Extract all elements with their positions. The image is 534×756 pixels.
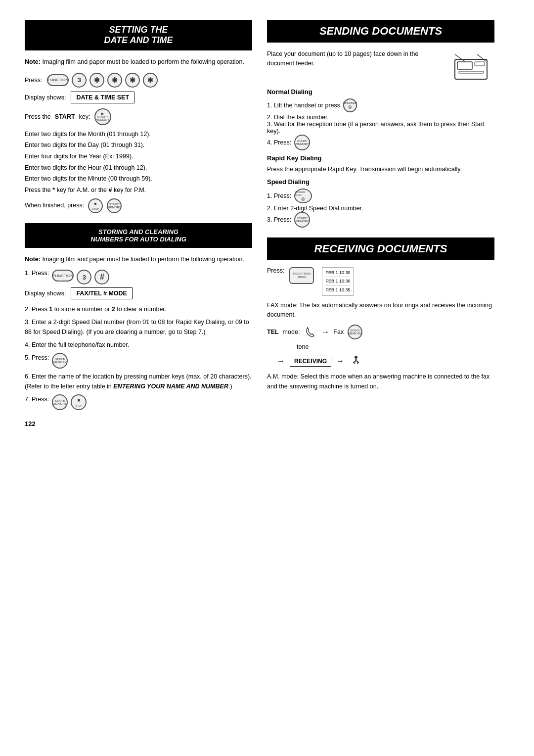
start-button-step7: START/ MEMORY xyxy=(52,394,68,410)
receiving-documents-header: RECEIVING DOCUMENTS xyxy=(267,237,494,260)
tel-mode-row: TEL mode: → Fax START/ MEMORY xyxy=(267,325,494,339)
step-4: 4. Enter the full telephone/fax number. xyxy=(25,340,252,350)
speed-step-3: 3. Press: START/ MEMORY xyxy=(267,212,494,228)
step-1: 1. Press: FUNCTION 3 # xyxy=(25,270,252,284)
instruction-day: Enter two digits for the Day (01 through… xyxy=(25,140,252,150)
arrow-after-receiving: → xyxy=(336,357,344,366)
receiving-box: RECEIVING xyxy=(290,356,331,367)
handset-icon xyxy=(304,325,317,339)
svg-rect-5 xyxy=(459,71,484,73)
storing-note: Note: Imaging film and paper must be loa… xyxy=(25,255,252,264)
date-time-set-display: DATE & TIME SET xyxy=(71,92,134,103)
setting-instructions: Enter two digits for the Month (01 throu… xyxy=(25,129,252,213)
arrow-receiving: → xyxy=(277,357,285,366)
function-button-2: FUNCTION xyxy=(52,270,74,282)
setting-header-line2: DATE AND TIME xyxy=(32,35,245,46)
instruction-ampm: Press the * key for A.M. or the # key fo… xyxy=(25,185,252,195)
instruction-hour: Enter two digits for the Hour (01 throug… xyxy=(25,163,252,173)
normal-step-3: 3. Wait for the reception tone (if a per… xyxy=(267,121,494,135)
normal-step-1: 1. Lift the handset or press SPEAKER ◎ xyxy=(267,98,494,112)
svg-rect-2 xyxy=(475,62,485,66)
left-column: SETTING THE DATE AND TIME Note: Imaging … xyxy=(25,20,252,427)
setting-date-time-header: SETTING THE DATE AND TIME xyxy=(25,20,252,50)
star-button-2: ✱ xyxy=(107,73,122,88)
display-shows-row: Display shows: DATE & TIME SET xyxy=(25,92,252,103)
fax-tone-button: START/ MEMORY xyxy=(348,325,362,339)
number-3-button: 3 xyxy=(72,73,87,88)
setting-note: Note: Imaging film and paper must be loa… xyxy=(25,57,252,67)
display-shows-label: Display shows: xyxy=(25,94,66,101)
start-button-step5: START/ MEMORY xyxy=(52,353,68,369)
svg-line-3 xyxy=(455,54,465,61)
step-6: 6. Enter the name of the location by pre… xyxy=(25,372,252,391)
receiving-diagram: → RECEIVING → xyxy=(277,354,494,368)
normal-step-4: 4. Press: START/ MEMORY xyxy=(267,135,494,150)
start-memory-button: ▶ START/ MEMORY xyxy=(94,108,111,125)
svg-point-6 xyxy=(355,356,357,359)
step-7: 7. Press: START/ MEMORY ■ STOP xyxy=(25,394,252,410)
speed-dialing-title: Speed Dialing xyxy=(267,178,494,186)
start-button-normal: START/ MEMORY xyxy=(294,135,310,150)
speed-step-1: 1. Press: SPEED DIAL ◎ xyxy=(267,189,494,203)
setting-header-line1: SETTING THE xyxy=(32,25,245,35)
rapid-key-title: Rapid Key Dialing xyxy=(267,154,494,162)
person-walking-icon xyxy=(349,354,363,368)
svg-line-9 xyxy=(353,361,355,363)
arrow-fax: → xyxy=(321,328,329,336)
speed-step-2: 2. Enter 2-digit Speed Dial number. xyxy=(267,205,494,212)
star-button-3: ✱ xyxy=(125,73,140,88)
star-button-1: ✱ xyxy=(89,73,104,88)
hash-button: # xyxy=(94,270,109,284)
right-column: SENDING DOCUMENTS Place your document (u… xyxy=(267,20,494,427)
am-mode-text: A.M. mode: Select this mode when an answ… xyxy=(267,372,494,391)
faxtel-display: FAX/TEL # MODE xyxy=(71,287,133,299)
start-memory-button-2: START/ MEMORY xyxy=(107,198,122,213)
step-5: 5. Press: START/ MEMORY xyxy=(25,353,252,369)
storing-steps: 2. Press 1 to store a number or 2 to cle… xyxy=(25,304,252,410)
fax-mode-text: FAX mode: The fax automatically answers … xyxy=(267,301,494,320)
stop-button: ■ STOP xyxy=(88,198,103,213)
instruction-year: Enter four digits for the Year (Ex: 1999… xyxy=(25,151,252,162)
stop-button-step7: ■ STOP xyxy=(71,394,87,410)
svg-line-4 xyxy=(477,54,486,61)
start-button-speed: START/ MEMORY xyxy=(294,212,310,228)
speed-dial-button: SPEED DIAL ◎ xyxy=(294,189,312,203)
reception-display: FEB 1 10:30 FEB 1 10:30 FEB 1 10:35 xyxy=(322,267,354,296)
page-number: 122 xyxy=(25,420,252,427)
receiving-section: Press: RECEPTION MODE FEB 1 10:30 FEB 1 … xyxy=(267,267,494,391)
receiving-press-label: Press: xyxy=(267,267,284,274)
faxtel-display-row: Display shows: FAX/TEL # MODE xyxy=(25,287,252,299)
instruction-month: Enter two digits for the Month (01 throu… xyxy=(25,129,252,140)
step-3: 3. Enter a 2-digit Speed Dial number (fr… xyxy=(25,317,252,337)
star-button-4: ✱ xyxy=(143,73,158,88)
start-key-label: START xyxy=(55,113,75,120)
storing-header: STORING AND CLEARING NUMBERS FOR AUTO DI… xyxy=(25,223,252,248)
speaker-button: SPEAKER ◎ xyxy=(343,98,357,112)
display-shows-label-2: Display shows: xyxy=(25,290,66,297)
press-function-row: Press: FUNCTION 3 ✱ ✱ ✱ ✱ xyxy=(25,73,252,88)
storing-header-line1: STORING AND CLEARING xyxy=(32,228,245,236)
svg-rect-1 xyxy=(457,62,472,69)
reception-mode-button: RECEPTION MODE xyxy=(289,267,314,284)
function-button-icon: FUNCTION xyxy=(47,74,69,86)
normal-step-2: 2. Dial the fax number. xyxy=(267,114,494,121)
instruction-minute: Enter two digits for the Minute (00 thro… xyxy=(25,174,252,184)
instruction-finished: When finished, press: ■ STOP START/ MEMO… xyxy=(25,198,252,213)
normal-dialing-title: Normal Dialing xyxy=(267,88,494,95)
press-start-label: Press the xyxy=(25,113,51,120)
rapid-key-text: Press the appropriate Rapid Key. Transmi… xyxy=(267,165,494,174)
sending-section: Place your document (up to 10 pages) fac… xyxy=(267,49,494,228)
fax-machine-illustration xyxy=(450,49,494,84)
sending-documents-header: SENDING DOCUMENTS xyxy=(267,20,494,43)
press-start-row: Press the START key: ▶ START/ MEMORY xyxy=(25,108,252,125)
press-start-suffix: key: xyxy=(79,113,90,120)
step-2: 2. Press 1 to store a number or 2 to cle… xyxy=(25,304,252,314)
number-3-button-2: 3 xyxy=(77,270,91,284)
storing-header-line2: NUMBERS FOR AUTO DIALING xyxy=(32,236,245,243)
